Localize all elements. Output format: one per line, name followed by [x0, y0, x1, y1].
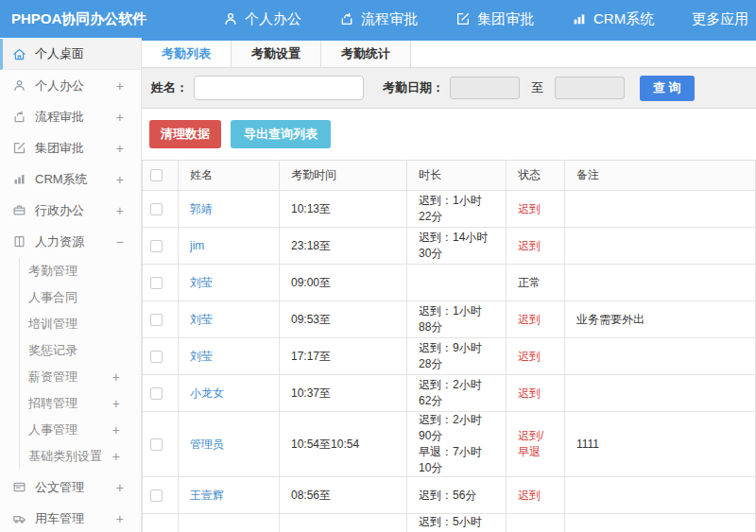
expand-toggle[interactable]: +	[112, 396, 120, 411]
row-checkbox[interactable]	[150, 351, 163, 363]
table-row: 管理员10:54至10:54迟到：2小时90分早退：7小时10分迟到/早退111…	[143, 412, 756, 477]
briefcase-icon	[12, 203, 26, 217]
search-button[interactable]: 查 询	[640, 76, 695, 101]
status-text: 迟到	[518, 239, 541, 252]
sidebar-item-personal-office[interactable]: 个人办公+	[0, 70, 141, 101]
employee-name-link[interactable]: 刘莹	[190, 350, 213, 363]
filter-bar: 姓名： 考勤日期： 至 查 询	[142, 68, 756, 109]
note-cell: 业务需要外出	[565, 301, 756, 338]
expand-toggle[interactable]: +	[116, 110, 124, 125]
sidebar-subitem-attendance-mgmt[interactable]: 考勤管理	[19, 258, 141, 284]
employee-name-link[interactable]: 管理员	[190, 438, 224, 451]
expand-toggle[interactable]: +	[116, 203, 124, 218]
name-cell: 黄蓉	[179, 514, 280, 532]
topbar-nav-label: CRM系统	[593, 10, 654, 28]
row-checkbox[interactable]	[150, 203, 163, 215]
table-row: 小龙女10:37至迟到：2小时62分迟到	[143, 375, 756, 412]
attendance-table: 姓名考勤时间时长状态备注 郭靖10:13至迟到：1小时22分迟到jim23:18…	[142, 160, 756, 532]
select-cell	[143, 412, 179, 477]
expand-toggle[interactable]: +	[112, 422, 120, 438]
note-cell	[565, 338, 756, 375]
topbar-nav-label: 更多应用	[692, 10, 748, 28]
employee-name-link[interactable]: 王壹辉	[190, 489, 224, 502]
name-cell: 郭靖	[179, 191, 280, 228]
tab-attendance-list[interactable]: 考勤列表	[142, 41, 232, 67]
expand-toggle[interactable]: +	[112, 369, 120, 385]
duration-line: 迟到：1小时88分	[419, 303, 494, 335]
topbar-nav: 个人办公流程审批集团审批CRM系统更多应用▼	[185, 10, 756, 28]
tab-attendance-stats[interactable]: 考勤统计	[321, 41, 411, 67]
note-cell	[565, 265, 756, 301]
row-checkbox[interactable]	[150, 438, 163, 451]
sidebar-subitem-personnel-mgmt[interactable]: 人事管理+	[19, 417, 141, 443]
sidebar-subitem-recruit-mgmt[interactable]: 招聘管理+	[19, 390, 141, 417]
sidebar-subitem-hr-contract[interactable]: 人事合同	[19, 284, 141, 311]
status-cell: 迟到	[507, 375, 565, 412]
name-input[interactable]	[194, 76, 364, 100]
employee-name-link[interactable]: 刘莹	[190, 313, 213, 326]
expand-toggle[interactable]: +	[116, 480, 124, 495]
sidebar-item-process-approval[interactable]: 流程审批+	[0, 101, 141, 132]
sidebar-item-personal-desktop[interactable]: 个人桌面	[0, 39, 141, 70]
table-row: 刘莹17:17至迟到：9小时28分迟到	[143, 338, 756, 375]
sidebar-subitem-training-mgmt[interactable]: 培训管理	[19, 311, 141, 337]
name-cell: jim	[179, 228, 280, 265]
sidebar-item-label: 用车管理	[35, 510, 116, 527]
sidebar-item-admin-office[interactable]: 行政办公+	[0, 195, 141, 226]
clean-data-button[interactable]: 清理数据	[149, 120, 221, 148]
select-cell	[143, 301, 179, 338]
employee-name-link[interactable]: 郭靖	[190, 202, 213, 215]
employee-name-link[interactable]: 小龙女	[190, 386, 224, 400]
edit-icon	[455, 11, 471, 26]
date-from-input[interactable]	[450, 77, 520, 99]
export-list-button[interactable]: 导出查询列表	[231, 120, 331, 148]
duration-line: 迟到：1小时22分	[419, 193, 494, 225]
employee-name-link[interactable]: jim	[190, 239, 204, 252]
topbar-nav-label: 流程审批	[361, 10, 418, 28]
sidebar-item-human-resources[interactable]: 人力资源−	[0, 226, 141, 257]
topbar-nav-more-apps[interactable]: 更多应用▼	[692, 10, 756, 28]
topbar-nav-label: 集团审批	[477, 10, 534, 28]
sidebar-item-crm-system[interactable]: CRM系统+	[0, 163, 141, 195]
duration-cell: 迟到：56分	[407, 477, 507, 514]
row-checkbox[interactable]	[150, 240, 163, 252]
book-icon	[12, 234, 26, 249]
topbar: PHPOA协同办公软件 个人办公流程审批集团审批CRM系统更多应用▼	[0, 0, 756, 38]
sidebar-subitem-base-category-settings[interactable]: 基础类别设置+	[19, 443, 141, 470]
date-label: 考勤日期：	[383, 79, 444, 96]
table-row: 郭靖10:13至迟到：1小时22分迟到	[143, 191, 756, 228]
employee-name-link[interactable]: 刘莹	[190, 276, 213, 289]
tab-attendance-settings[interactable]: 考勤设置	[232, 41, 321, 67]
expand-toggle[interactable]: +	[116, 78, 124, 94]
app-window: PHPOA协同办公软件 个人办公流程审批集团审批CRM系统更多应用▼ 个人桌面个…	[0, 0, 756, 532]
select-all-checkbox[interactable]	[150, 169, 163, 181]
column-header-note: 备注	[565, 161, 756, 191]
expand-toggle[interactable]: −	[116, 234, 124, 249]
topbar-nav-label: 个人办公	[245, 10, 301, 28]
status-text: 迟到	[518, 386, 541, 400]
row-checkbox[interactable]	[150, 489, 163, 502]
expand-toggle[interactable]: +	[116, 141, 124, 156]
topbar-nav-group-approval[interactable]: 集团审批	[455, 10, 534, 28]
name-cell: 刘莹	[179, 301, 280, 338]
topbar-nav-personal-office[interactable]: 个人办公	[223, 10, 301, 28]
topbar-nav-crm-system[interactable]: CRM系统	[572, 10, 654, 28]
time-cell: 17:17至	[280, 338, 407, 375]
date-to-label: 至	[531, 79, 543, 96]
sidebar-item-group-approval[interactable]: 集团审批+	[0, 132, 141, 163]
duration-line: 迟到：2小时62分	[419, 377, 494, 409]
row-checkbox[interactable]	[150, 387, 163, 400]
expand-toggle[interactable]: +	[116, 511, 124, 526]
expand-toggle[interactable]: +	[116, 172, 124, 187]
sidebar-subitem-reward-punishment[interactable]: 奖惩记录	[19, 337, 141, 364]
expand-toggle[interactable]: +	[112, 449, 120, 464]
row-checkbox[interactable]	[150, 277, 163, 289]
row-checkbox[interactable]	[150, 314, 163, 326]
status-cell: 迟到/早退	[507, 412, 565, 477]
sidebar-item-vehicle-mgmt[interactable]: 用车管理+	[0, 503, 141, 532]
topbar-nav-process-approval[interactable]: 流程审批	[339, 10, 418, 28]
sidebar-subitem-salary-mgmt[interactable]: 薪资管理+	[19, 364, 141, 390]
name-cell: 刘莹	[179, 338, 280, 375]
sidebar-item-document-mgmt[interactable]: 公文管理+	[0, 472, 141, 503]
date-to-input[interactable]	[555, 77, 625, 99]
